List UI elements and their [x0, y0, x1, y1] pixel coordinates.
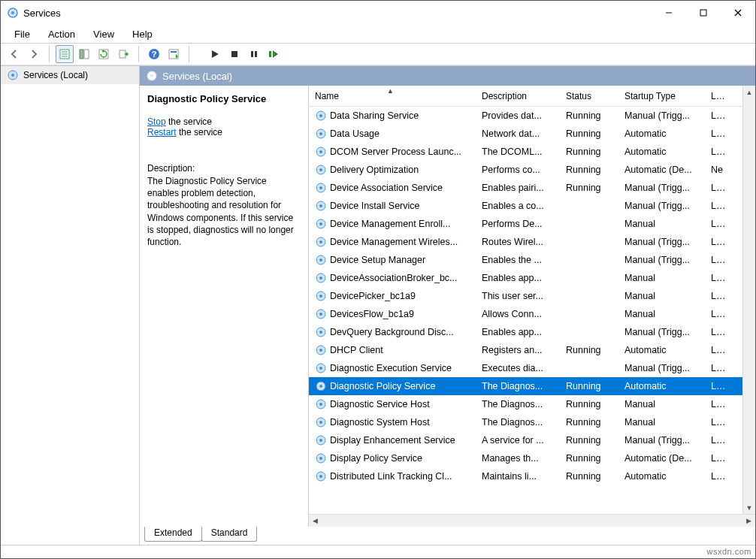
- vertical-scrollbar[interactable]: ▼: [742, 107, 755, 514]
- svg-point-53: [319, 349, 322, 352]
- scroll-left-icon[interactable]: ◀: [309, 515, 322, 527]
- service-startup-type: Manual: [618, 309, 705, 319]
- service-name: Device Setup Manager: [330, 255, 425, 265]
- service-status: Running: [560, 128, 618, 139]
- scroll-right-icon[interactable]: ▶: [742, 515, 755, 527]
- svg-rect-10: [80, 50, 83, 59]
- service-logon: Loc: [705, 237, 731, 247]
- service-description: Maintains li...: [476, 471, 560, 482]
- service-row[interactable]: Device Association ServiceEnables pairi.…: [309, 179, 755, 197]
- service-logon: Loc: [705, 453, 731, 464]
- service-logon: Loc: [705, 381, 731, 391]
- service-startup-type: Manual: [618, 219, 705, 229]
- service-logon: Loc: [705, 399, 731, 409]
- gear-icon: [315, 380, 327, 392]
- service-description: Routes Wirel...: [476, 237, 560, 247]
- scroll-down-icon[interactable]: ▼: [743, 501, 755, 514]
- tree-item-services-local[interactable]: Services (Local): [1, 66, 139, 84]
- service-row[interactable]: DevicePicker_bc1a9This user ser...Manual…: [309, 287, 755, 305]
- service-row[interactable]: DHCP ClientRegisters an...RunningAutomat…: [309, 341, 755, 359]
- menu-action[interactable]: Action: [41, 27, 83, 41]
- gear-icon: [315, 236, 327, 248]
- service-row[interactable]: DeviceAssociationBroker_bc...Enables app…: [309, 269, 755, 287]
- service-startup-type: Manual (Trigg...: [618, 435, 705, 446]
- help-button[interactable]: ?: [145, 45, 163, 63]
- action-restart-line: Restart the service: [147, 127, 299, 137]
- column-startup-type[interactable]: Startup Type: [618, 91, 705, 101]
- menu-file[interactable]: File: [7, 27, 38, 41]
- export-button[interactable]: [114, 45, 132, 63]
- menubar: File Action View Help: [1, 25, 755, 43]
- column-status[interactable]: Status: [560, 91, 618, 101]
- vertical-scrollbar[interactable]: ▲: [742, 86, 755, 107]
- view-header-title: Services (Local): [162, 71, 232, 82]
- service-row[interactable]: Distributed Link Tracking Cl...Maintains…: [309, 467, 755, 485]
- service-row[interactable]: Display Enhancement ServiceA service for…: [309, 431, 755, 449]
- column-description[interactable]: Description: [476, 91, 560, 101]
- service-row[interactable]: Diagnostic Policy ServiceThe Diagnos...R…: [309, 377, 755, 395]
- service-row[interactable]: DCOM Server Process Launc...The DCOML...…: [309, 143, 755, 161]
- gear-icon: [315, 164, 327, 176]
- service-logon: Loc: [705, 471, 731, 482]
- service-name: Device Management Wireles...: [330, 237, 458, 247]
- service-row[interactable]: Diagnostic System HostThe Diagnos...Runn…: [309, 413, 755, 431]
- sort-indicator-icon: ▲: [387, 87, 394, 95]
- tab-extended[interactable]: Extended: [144, 527, 202, 542]
- list-rows: Data Sharing ServiceProvides dat...Runni…: [309, 107, 755, 514]
- service-row[interactable]: Data Sharing ServiceProvides dat...Runni…: [309, 107, 755, 125]
- service-row[interactable]: Display Policy ServiceManages th...Runni…: [309, 449, 755, 467]
- service-row[interactable]: Diagnostic Service HostThe Diagnos...Run…: [309, 395, 755, 413]
- horizontal-scrollbar[interactable]: ◀ ▶: [309, 514, 755, 527]
- service-row[interactable]: Device Management Enroll...Performs De..…: [309, 215, 755, 233]
- start-service-button[interactable]: [206, 45, 224, 63]
- service-status: Running: [560, 183, 618, 193]
- svg-point-39: [319, 222, 322, 225]
- stop-service-button[interactable]: [225, 45, 243, 63]
- services-icon: [7, 7, 19, 19]
- scroll-up-icon[interactable]: ▲: [743, 86, 755, 98]
- properties-sheet-button[interactable]: [165, 45, 183, 63]
- svg-point-65: [319, 457, 322, 460]
- back-button[interactable]: [5, 45, 23, 63]
- svg-rect-20: [255, 51, 257, 57]
- restart-service-button[interactable]: [265, 45, 283, 63]
- minimize-button[interactable]: [652, 1, 686, 25]
- menu-view[interactable]: View: [86, 27, 122, 41]
- service-row[interactable]: Device Setup ManagerEnables the ...Manua…: [309, 251, 755, 269]
- pause-service-button[interactable]: [245, 45, 263, 63]
- close-button[interactable]: [721, 1, 755, 25]
- svg-rect-11: [84, 50, 89, 59]
- service-row[interactable]: Device Install ServiceEnables a co...Man…: [309, 197, 755, 215]
- forward-button[interactable]: [25, 45, 43, 63]
- svg-point-33: [319, 168, 322, 171]
- service-row[interactable]: DevicesFlow_bc1a9Allows Conn...ManualLoc: [309, 305, 755, 323]
- watermark: wsxdn.com: [706, 547, 751, 556]
- service-name: DCOM Server Process Launc...: [330, 147, 461, 157]
- service-startup-type: Automatic: [618, 381, 705, 391]
- menu-help[interactable]: Help: [125, 27, 160, 41]
- gear-icon: [315, 434, 327, 446]
- gear-icon: [7, 69, 19, 81]
- service-startup-type: Automatic (De...: [618, 453, 705, 464]
- svg-point-27: [319, 114, 322, 117]
- service-row[interactable]: Delivery OptimizationPerforms co...Runni…: [309, 161, 755, 179]
- gear-icon: [315, 308, 327, 320]
- tab-standard[interactable]: Standard: [201, 527, 258, 542]
- gear-icon: [146, 70, 158, 82]
- maximize-button[interactable]: [686, 1, 721, 25]
- service-startup-type: Automatic: [618, 345, 705, 355]
- restart-link[interactable]: Restart: [147, 127, 177, 137]
- service-row[interactable]: Diagnostic Execution ServiceExecutes dia…: [309, 359, 755, 377]
- service-row[interactable]: Device Management Wireles...Routes Wirel…: [309, 233, 755, 251]
- gear-icon: [315, 272, 327, 284]
- service-row[interactable]: Data UsageNetwork dat...RunningAutomatic…: [309, 125, 755, 143]
- stop-link[interactable]: Stop: [147, 116, 166, 127]
- refresh-button[interactable]: [95, 45, 113, 63]
- show-tree-button[interactable]: [75, 45, 93, 63]
- service-name: Diagnostic System Host: [330, 417, 430, 428]
- service-description: Network dat...: [476, 128, 560, 139]
- column-logon[interactable]: Log: [705, 91, 731, 101]
- service-status: Running: [560, 381, 618, 391]
- properties-button[interactable]: [56, 45, 74, 63]
- service-row[interactable]: DevQuery Background Disc...Enables app..…: [309, 323, 755, 341]
